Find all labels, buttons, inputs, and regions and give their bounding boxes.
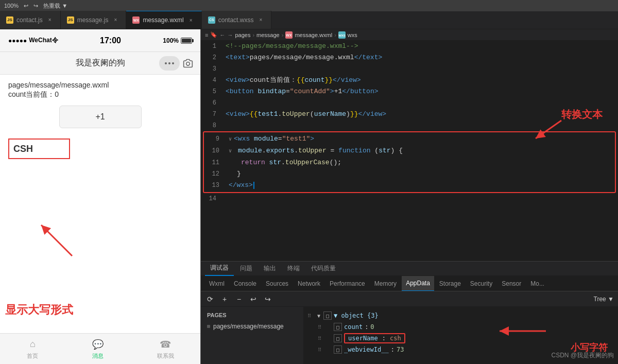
wxss-icon: CS bbox=[208, 16, 215, 24]
phone-status-bar: ●●●●● WeChat令 17:00 100% bbox=[0, 29, 200, 52]
debug-tab-debugger[interactable]: 调试器 bbox=[205, 262, 234, 276]
tab-close-contact-js[interactable]: × bbox=[46, 16, 54, 24]
signal-dots: ●●●●● bbox=[8, 37, 27, 44]
phone-add-button[interactable]: +1 bbox=[59, 106, 142, 128]
editor-panel: ≡ 🔖 ← → pages › message › WX message.wxm… bbox=[201, 29, 618, 364]
tab-close-contact-wxss[interactable]: × bbox=[256, 16, 265, 24]
subtab-performance[interactable]: Performance bbox=[325, 276, 369, 291]
page-item-message[interactable]: pages/message/message bbox=[201, 321, 303, 332]
forward-btn[interactable]: → bbox=[227, 32, 233, 38]
breadcrumb-pages[interactable]: pages bbox=[235, 32, 250, 38]
annotation-right-container: 转换文本 bbox=[561, 108, 603, 122]
toolbar-icon2: ↪ bbox=[33, 3, 38, 9]
top-toolbar: 100% ↩ ↪ 热重载 ▼ bbox=[0, 0, 618, 11]
debug-redo-btn[interactable]: ↪ bbox=[263, 294, 273, 304]
phone-count: count当前值：0 bbox=[8, 90, 192, 99]
phone-more-btn[interactable] bbox=[159, 56, 180, 71]
page-dot bbox=[207, 325, 210, 328]
back-btn[interactable]: ← bbox=[219, 32, 225, 38]
subtab-security[interactable]: Security bbox=[466, 276, 496, 291]
debug-panel: 调试器 问题 输出 终端 代码质量 Wxml Console Sources N… bbox=[201, 261, 618, 364]
toolbar-icon: ↩ bbox=[24, 3, 28, 9]
tree-icon-object: □ bbox=[323, 311, 332, 320]
tab-contact-js[interactable]: JS contact.js × bbox=[0, 11, 61, 29]
debug-tab-quality[interactable]: 代码质量 bbox=[306, 262, 341, 276]
camera-btn[interactable] bbox=[181, 56, 195, 71]
breadcrumb-bar: ≡ 🔖 ← → pages › message › WX message.wxm… bbox=[201, 29, 618, 41]
code-line-4: 4 <view>count当前值：{{count}}</view> bbox=[201, 75, 618, 86]
debug-refresh-btn[interactable]: ⟳ bbox=[205, 294, 215, 304]
js-icon2: JS bbox=[67, 16, 74, 24]
code-line-6: 6 bbox=[201, 97, 618, 109]
svg-line-2 bbox=[41, 225, 72, 256]
phone-btn-row: +1 bbox=[8, 106, 192, 128]
tree-count-row: ⠿ □ count : 0 bbox=[304, 321, 618, 333]
phone-title-bar: 我是夜阑的狗 bbox=[0, 52, 200, 75]
code-line-14: 14 bbox=[201, 193, 618, 204]
tree-label[interactable]: Tree ▼ bbox=[594, 296, 614, 303]
debug-minus-btn[interactable]: − bbox=[234, 294, 244, 304]
annotation-left: 显示大写形式 bbox=[5, 302, 73, 318]
subtab-wxml[interactable]: Wxml bbox=[205, 276, 229, 291]
phone-content: pages/message/message.wxml count当前值：0 +1… bbox=[0, 75, 200, 333]
subtab-console[interactable]: Console bbox=[230, 276, 261, 291]
toolbar-hotreload[interactable]: 热重载 ▼ bbox=[43, 2, 67, 10]
code-line-1: 1 <!--pages/message/message.wxml--> bbox=[201, 41, 618, 52]
subtab-sources[interactable]: Sources bbox=[262, 276, 293, 291]
nav-home-label: 首页 bbox=[27, 352, 38, 360]
code-area: 1 <!--pages/message/message.wxml--> 2 <t… bbox=[201, 41, 618, 261]
tab-message-wxml[interactable]: WX message.wxml × bbox=[126, 11, 201, 29]
wxml-file-icon: WX bbox=[285, 31, 293, 39]
username-highlighted-box: userName : csh bbox=[344, 333, 405, 343]
tab-message-js[interactable]: JS message.js × bbox=[61, 11, 127, 29]
svg-point-0 bbox=[186, 62, 190, 65]
breadcrumb-file[interactable]: message.wxml bbox=[295, 32, 332, 38]
tree-object-row: ⠿ ▼ □ ▼ object {3} bbox=[304, 310, 618, 321]
debug-undo-btn[interactable]: ↩ bbox=[248, 294, 259, 304]
subtab-sensor[interactable]: Sensor bbox=[497, 276, 525, 291]
dot1 bbox=[165, 62, 167, 64]
nav-contact[interactable]: ☎ 联系我 bbox=[157, 338, 174, 360]
debug-tab-issues[interactable]: 问题 bbox=[235, 262, 258, 276]
svg-text:WX: WX bbox=[286, 33, 293, 37]
subtab-network[interactable]: Network bbox=[294, 276, 324, 291]
subtabs-row: Wxml Console Sources Network Performance… bbox=[201, 276, 618, 291]
code-line-11: 11 return str.toUpperCase(); bbox=[204, 157, 615, 168]
tab-close-message-wxml[interactable]: × bbox=[187, 16, 195, 24]
phone-path: pages/message/message.wxml bbox=[8, 81, 192, 89]
code-line-12: 12 } bbox=[204, 168, 615, 180]
dot2 bbox=[168, 62, 170, 64]
code-line-5: 5 <button bindtap="countAdd">+1</button> bbox=[201, 86, 618, 97]
page-item-label: pages/message/message bbox=[213, 323, 284, 330]
breadcrumb-icon: ≡ bbox=[205, 32, 208, 38]
nav-home[interactable]: ⌂ 首页 bbox=[26, 338, 39, 360]
nav-message-label: 消息 bbox=[92, 352, 104, 360]
debug-tab-output[interactable]: 输出 bbox=[259, 262, 281, 276]
nav-message[interactable]: 💬 消息 bbox=[92, 338, 104, 360]
csdn-watermark: CSDN @我是夜阑的狗 bbox=[551, 351, 614, 360]
subtab-more[interactable]: Mo... bbox=[526, 276, 548, 291]
tabs-row: JS contact.js × JS message.js × WX messa… bbox=[0, 11, 618, 29]
breadcrumb-message[interactable]: message bbox=[256, 32, 280, 38]
contact-icon: ☎ bbox=[159, 338, 171, 351]
tab-close-message-js[interactable]: × bbox=[111, 16, 119, 24]
code-line-13: 13 </wxs> bbox=[204, 180, 615, 191]
main-area: ●●●●● WeChat令 17:00 100% 我是夜阑的狗 bbox=[0, 29, 618, 364]
subtab-memory[interactable]: Memory bbox=[370, 276, 401, 291]
subtab-storage[interactable]: Storage bbox=[435, 276, 465, 291]
phone-title: 我是夜阑的狗 bbox=[76, 58, 125, 68]
tab-contact-wxss[interactable]: CS contact.wxss × bbox=[202, 11, 272, 29]
debug-add-btn[interactable]: + bbox=[219, 294, 230, 304]
debug-tabs-row: 调试器 问题 输出 终端 代码质量 bbox=[201, 262, 618, 276]
tree-icon-webviewid: □ bbox=[334, 345, 342, 354]
battery-area: 100% bbox=[163, 37, 192, 44]
subtab-appdata[interactable]: AppData bbox=[402, 276, 434, 291]
breadcrumb-wxs[interactable]: wxs bbox=[348, 32, 357, 38]
battery-icon bbox=[181, 38, 192, 44]
code-line-10: 10 ∨module.exports.toUpper = function (s… bbox=[204, 145, 615, 157]
debug-tab-terminal[interactable]: 终端 bbox=[282, 262, 305, 276]
debug-content: Pages pages/message/message ⠿ ▼ □ ▼ obje… bbox=[201, 307, 618, 364]
arrow-up-right-svg bbox=[31, 220, 108, 261]
bottom-annotation-container bbox=[494, 321, 556, 343]
code-line-2: 2 <text>pages/message/message.wxml</text… bbox=[201, 52, 618, 63]
